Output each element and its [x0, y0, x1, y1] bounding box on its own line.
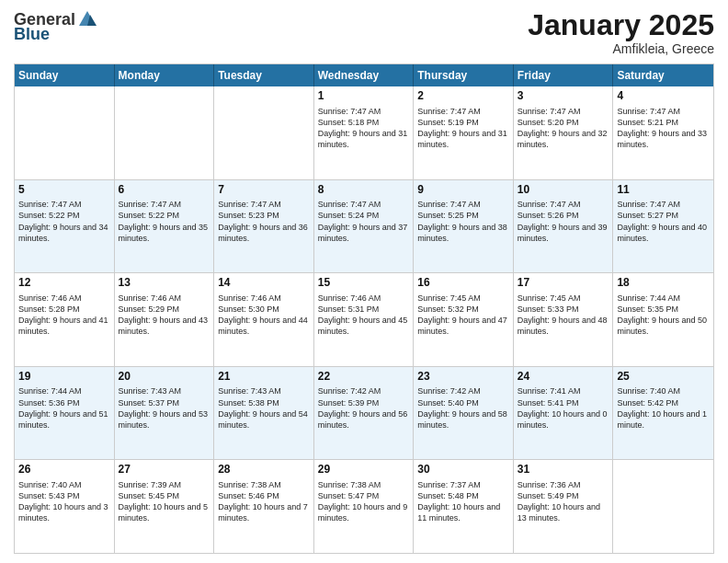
day-number-21: 21	[218, 370, 310, 385]
calendar-cell-11: 11Sunrise: 7:47 AM Sunset: 5:27 PM Dayli…	[613, 180, 713, 273]
cell-info-2: Sunrise: 7:47 AM Sunset: 5:19 PM Dayligh…	[417, 106, 509, 151]
cell-info-27: Sunrise: 7:39 AM Sunset: 5:45 PM Dayligh…	[119, 479, 210, 524]
cell-info-1: Sunrise: 7:47 AM Sunset: 5:18 PM Dayligh…	[318, 106, 410, 151]
calendar-cell-1: 1Sunrise: 7:47 AM Sunset: 5:18 PM Daylig…	[314, 86, 415, 179]
cell-info-3: Sunrise: 7:47 AM Sunset: 5:20 PM Dayligh…	[518, 106, 609, 151]
calendar-row-4: 26Sunrise: 7:40 AM Sunset: 5:43 PM Dayli…	[15, 460, 713, 553]
day-number-20: 20	[119, 370, 210, 385]
calendar-cell-empty-2	[214, 86, 314, 179]
cell-info-29: Sunrise: 7:38 AM Sunset: 5:47 PM Dayligh…	[318, 479, 410, 524]
cell-info-14: Sunrise: 7:46 AM Sunset: 5:30 PM Dayligh…	[218, 293, 310, 338]
day-number-26: 26	[18, 463, 110, 477]
cell-info-23: Sunrise: 7:42 AM Sunset: 5:40 PM Dayligh…	[417, 385, 509, 431]
logo: General Blue	[14, 9, 97, 42]
calendar-cell-31: 31Sunrise: 7:36 AM Sunset: 5:49 PM Dayli…	[514, 460, 614, 553]
calendar-cell-20: 20Sunrise: 7:43 AM Sunset: 5:37 PM Dayli…	[115, 367, 215, 460]
day-of-week-monday: Monday	[115, 64, 215, 86]
calendar-cell-22: 22Sunrise: 7:42 AM Sunset: 5:39 PM Dayli…	[314, 367, 415, 460]
calendar-cell-3: 3Sunrise: 7:47 AM Sunset: 5:20 PM Daylig…	[514, 86, 614, 179]
cell-info-7: Sunrise: 7:47 AM Sunset: 5:23 PM Dayligh…	[218, 199, 310, 244]
calendar-cell-24: 24Sunrise: 7:41 AM Sunset: 5:41 PM Dayli…	[514, 367, 614, 460]
calendar-row-3: 19Sunrise: 7:44 AM Sunset: 5:36 PM Dayli…	[15, 367, 713, 461]
cell-info-6: Sunrise: 7:47 AM Sunset: 5:22 PM Dayligh…	[119, 199, 210, 244]
calendar-cell-21: 21Sunrise: 7:43 AM Sunset: 5:38 PM Dayli…	[214, 367, 314, 460]
calendar-cell-29: 29Sunrise: 7:38 AM Sunset: 5:47 PM Dayli…	[314, 460, 415, 553]
day-number-17: 17	[518, 276, 609, 291]
cell-info-21: Sunrise: 7:43 AM Sunset: 5:38 PM Dayligh…	[218, 385, 310, 431]
day-of-week-thursday: Thursday	[414, 64, 514, 86]
calendar-cell-15: 15Sunrise: 7:46 AM Sunset: 5:31 PM Dayli…	[314, 273, 415, 366]
cell-info-18: Sunrise: 7:44 AM Sunset: 5:35 PM Dayligh…	[617, 293, 710, 338]
day-of-week-wednesday: Wednesday	[314, 64, 415, 86]
cell-info-4: Sunrise: 7:47 AM Sunset: 5:21 PM Dayligh…	[617, 106, 710, 151]
calendar-row-0: 1Sunrise: 7:47 AM Sunset: 5:18 PM Daylig…	[15, 86, 713, 180]
calendar-cell-27: 27Sunrise: 7:39 AM Sunset: 5:45 PM Dayli…	[115, 460, 215, 553]
day-number-9: 9	[417, 183, 509, 198]
calendar-cell-30: 30Sunrise: 7:37 AM Sunset: 5:48 PM Dayli…	[414, 460, 514, 553]
cell-info-8: Sunrise: 7:47 AM Sunset: 5:24 PM Dayligh…	[318, 199, 410, 244]
cell-info-16: Sunrise: 7:45 AM Sunset: 5:32 PM Dayligh…	[417, 293, 509, 338]
day-number-8: 8	[318, 183, 410, 198]
day-of-week-friday: Friday	[514, 64, 614, 86]
day-number-7: 7	[218, 183, 310, 198]
calendar-cell-8: 8Sunrise: 7:47 AM Sunset: 5:24 PM Daylig…	[314, 180, 415, 273]
location-text: Amfikleia, Greece	[528, 41, 714, 56]
day-number-25: 25	[617, 370, 710, 385]
cell-info-26: Sunrise: 7:40 AM Sunset: 5:43 PM Dayligh…	[18, 479, 110, 524]
page-container: General Blue January 2025 Amfikleia, Gre…	[0, 0, 728, 563]
month-title: January 2025	[528, 9, 714, 41]
calendar: SundayMondayTuesdayWednesdayThursdayFrid…	[14, 63, 714, 554]
day-of-week-saturday: Saturday	[613, 64, 713, 86]
day-number-13: 13	[119, 276, 210, 291]
day-number-11: 11	[617, 183, 710, 198]
calendar-cell-empty-1	[115, 86, 215, 179]
calendar-header: SundayMondayTuesdayWednesdayThursdayFrid…	[15, 64, 713, 86]
day-number-24: 24	[518, 370, 609, 385]
calendar-cell-9: 9Sunrise: 7:47 AM Sunset: 5:25 PM Daylig…	[414, 180, 514, 273]
calendar-cell-12: 12Sunrise: 7:46 AM Sunset: 5:28 PM Dayli…	[15, 273, 115, 366]
day-number-29: 29	[318, 463, 410, 477]
calendar-cell-25: 25Sunrise: 7:40 AM Sunset: 5:42 PM Dayli…	[613, 367, 713, 460]
cell-info-31: Sunrise: 7:36 AM Sunset: 5:49 PM Dayligh…	[518, 479, 609, 524]
day-number-23: 23	[417, 370, 509, 385]
calendar-cell-16: 16Sunrise: 7:45 AM Sunset: 5:32 PM Dayli…	[414, 273, 514, 366]
cell-info-28: Sunrise: 7:38 AM Sunset: 5:46 PM Dayligh…	[218, 479, 310, 524]
cell-info-10: Sunrise: 7:47 AM Sunset: 5:26 PM Dayligh…	[518, 199, 609, 244]
calendar-cell-19: 19Sunrise: 7:44 AM Sunset: 5:36 PM Dayli…	[15, 367, 115, 460]
cell-info-24: Sunrise: 7:41 AM Sunset: 5:41 PM Dayligh…	[518, 385, 609, 431]
day-number-28: 28	[218, 463, 310, 477]
title-section: January 2025 Amfikleia, Greece	[528, 9, 714, 56]
day-number-31: 31	[518, 463, 609, 477]
calendar-cell-2: 2Sunrise: 7:47 AM Sunset: 5:19 PM Daylig…	[414, 86, 514, 179]
day-number-12: 12	[18, 276, 110, 291]
day-number-16: 16	[417, 276, 509, 291]
cell-info-9: Sunrise: 7:47 AM Sunset: 5:25 PM Dayligh…	[417, 199, 509, 244]
day-number-14: 14	[218, 276, 310, 291]
cell-info-25: Sunrise: 7:40 AM Sunset: 5:42 PM Dayligh…	[617, 385, 710, 431]
calendar-cell-26: 26Sunrise: 7:40 AM Sunset: 5:43 PM Dayli…	[15, 460, 115, 553]
cell-info-30: Sunrise: 7:37 AM Sunset: 5:48 PM Dayligh…	[417, 479, 509, 524]
calendar-cell-4: 4Sunrise: 7:47 AM Sunset: 5:21 PM Daylig…	[613, 86, 713, 179]
calendar-cell-empty-0	[15, 86, 115, 179]
calendar-cell-empty-6	[613, 460, 713, 553]
cell-info-11: Sunrise: 7:47 AM Sunset: 5:27 PM Dayligh…	[617, 199, 710, 244]
cell-info-19: Sunrise: 7:44 AM Sunset: 5:36 PM Dayligh…	[18, 385, 110, 431]
cell-info-12: Sunrise: 7:46 AM Sunset: 5:28 PM Dayligh…	[18, 293, 110, 338]
day-number-6: 6	[119, 183, 210, 198]
cell-info-22: Sunrise: 7:42 AM Sunset: 5:39 PM Dayligh…	[318, 385, 410, 431]
day-number-27: 27	[119, 463, 210, 477]
calendar-cell-18: 18Sunrise: 7:44 AM Sunset: 5:35 PM Dayli…	[613, 273, 713, 366]
day-number-5: 5	[18, 183, 110, 198]
day-number-30: 30	[417, 463, 509, 477]
day-number-1: 1	[318, 89, 410, 104]
day-number-4: 4	[617, 89, 710, 104]
calendar-cell-17: 17Sunrise: 7:45 AM Sunset: 5:33 PM Dayli…	[514, 273, 614, 366]
calendar-cell-10: 10Sunrise: 7:47 AM Sunset: 5:26 PM Dayli…	[514, 180, 614, 273]
day-number-3: 3	[518, 89, 609, 104]
day-number-19: 19	[18, 370, 110, 385]
cell-info-5: Sunrise: 7:47 AM Sunset: 5:22 PM Dayligh…	[18, 199, 110, 244]
day-number-15: 15	[318, 276, 410, 291]
day-number-10: 10	[518, 183, 609, 198]
cell-info-20: Sunrise: 7:43 AM Sunset: 5:37 PM Dayligh…	[119, 385, 210, 431]
day-of-week-sunday: Sunday	[15, 64, 115, 86]
